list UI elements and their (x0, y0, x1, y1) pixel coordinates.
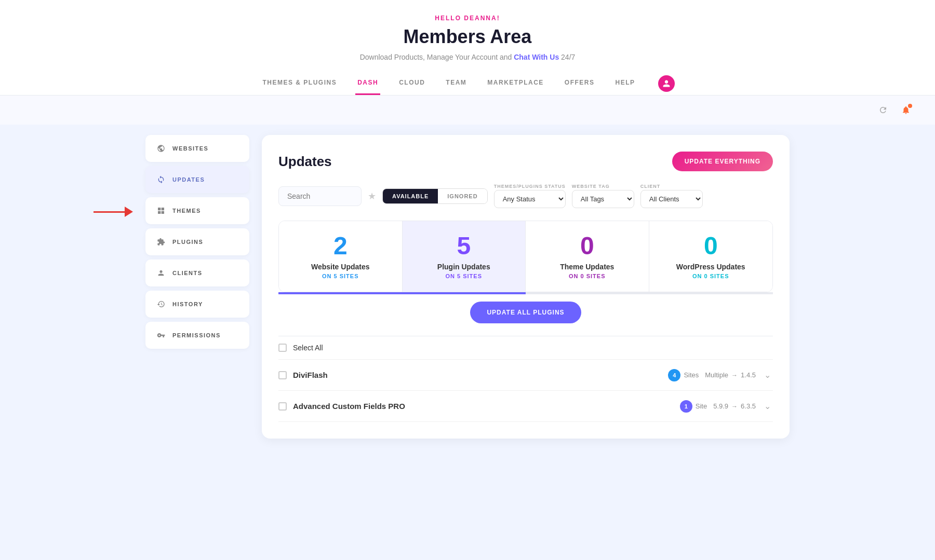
nav-themes-plugins[interactable]: THEMES & PLUGINS (260, 72, 339, 95)
sidebar-label-clients: CLIENTS (172, 270, 203, 276)
sidebar: WEBSITES UPDATES THEMES PLUGINS CLIENTS (145, 135, 249, 439)
arrow-head (125, 207, 133, 217)
select-all-row: Select All (278, 336, 773, 360)
diviflash-name: DiviFlash (293, 371, 662, 379)
status-filter-group: THEMES/PLUGINS STATUS Any Status (494, 184, 566, 208)
acf-badge-count: 1 (680, 400, 692, 413)
diviflash-arrow: → (731, 372, 738, 379)
wordpress-updates-label: WordPress Updates (660, 263, 763, 271)
sidebar-label-permissions: PERMISSIONS (172, 332, 221, 338)
sidebar-label-updates: UPDATES (172, 176, 205, 183)
plugin-progress-bar (278, 292, 773, 294)
sidebar-item-permissions[interactable]: PERMISSIONS (145, 322, 249, 349)
tag-filter-select[interactable]: All Tags (572, 190, 634, 208)
plugins-icon (156, 237, 166, 247)
sidebar-label-plugins: PLUGINS (172, 239, 203, 245)
client-filter-label: CLIENT (640, 184, 703, 189)
acf-arrow: → (731, 403, 738, 410)
plugin-updates-sites: ON 5 SITES (413, 273, 515, 279)
notification-dot (908, 104, 912, 108)
subtitle-text: Download Products, Manage Your Account a… (360, 53, 512, 61)
acf-version-to: 6.3.5 (741, 402, 756, 410)
update-all-plugins-button[interactable]: UPDATE ALL PLUGINS (470, 302, 581, 323)
select-all-label: Select All (293, 344, 323, 352)
acf-checkbox[interactable] (278, 402, 287, 411)
sidebar-item-updates[interactable]: UPDATES (145, 166, 249, 193)
sidebar-item-websites[interactable]: WEBSITES (145, 135, 249, 162)
sidebar-label-themes: THEMES (172, 208, 201, 214)
theme-updates-sites: ON 0 SITES (536, 273, 638, 279)
chat-link[interactable]: Chat With Us (514, 53, 559, 61)
wordpress-updates-number: 0 (660, 234, 763, 258)
plugin-row-acf: Advanced Custom Fields PRO 1 Site 5.9.9 … (278, 391, 773, 422)
acf-expand-button[interactable]: ⌄ (762, 399, 773, 413)
acf-version-from: 5.9.9 (713, 402, 728, 410)
diviflash-checkbox[interactable] (278, 371, 287, 379)
wordpress-updates-sites: ON 0 SITES (660, 273, 763, 279)
update-everything-button[interactable]: UPDATE EVERYTHING (672, 152, 773, 171)
stat-website-updates: 2 Website Updates ON 5 SITES (279, 221, 403, 292)
filters-bar: ★ AVAILABLE IGNORED THEMES/PLUGINS STATU… (278, 184, 773, 208)
nav-team[interactable]: TEAM (444, 72, 469, 95)
diviflash-sites-text: Sites (684, 371, 699, 379)
nav-offers[interactable]: OFFERS (563, 72, 597, 95)
status-filter-select[interactable]: Any Status (494, 190, 566, 208)
select-all-checkbox[interactable] (278, 344, 287, 352)
client-filter-select[interactable]: All Clients (640, 190, 703, 208)
diviflash-version: Multiple → 1.4.5 (705, 371, 756, 379)
arrow-indicator (94, 207, 133, 217)
search-input[interactable] (278, 186, 362, 206)
sidebar-item-themes[interactable]: THEMES (145, 197, 249, 224)
updates-header: Updates UPDATE EVERYTHING (278, 152, 773, 171)
nav-dash[interactable]: DASH (355, 72, 380, 95)
toolbar (0, 95, 935, 125)
sidebar-label-websites: WEBSITES (172, 145, 208, 152)
history-icon (156, 299, 166, 309)
diviflash-version-to: 1.4.5 (741, 371, 756, 379)
sidebar-item-plugins[interactable]: PLUGINS (145, 228, 249, 255)
plugin-updates-label: Plugin Updates (413, 263, 515, 271)
subtitle-suffix: 24/7 (561, 53, 575, 61)
user-avatar[interactable] (658, 75, 675, 92)
nav-marketplace[interactable]: MARKETPLACE (485, 72, 546, 95)
stat-theme-updates: 0 Theme Updates ON 0 SITES (526, 221, 649, 292)
theme-updates-label: Theme Updates (536, 263, 638, 271)
diviflash-expand-button[interactable]: ⌄ (762, 368, 773, 382)
status-filter-label: THEMES/PLUGINS STATUS (494, 184, 566, 189)
tab-available[interactable]: AVAILABLE (383, 189, 438, 203)
stat-plugin-updates: 5 Plugin Updates ON 5 SITES (403, 221, 526, 292)
diviflash-sites-badge: 4 Sites (668, 369, 699, 381)
website-updates-label: Website Updates (289, 263, 392, 271)
themes-icon (156, 206, 166, 216)
plugin-updates-number: 5 (413, 234, 515, 258)
plugin-list: Select All DiviFlash 4 Sites Multiple → … (278, 336, 773, 422)
available-ignored-tabs: AVAILABLE IGNORED (382, 188, 488, 204)
globe-icon (156, 143, 166, 154)
arrow-line (94, 211, 125, 213)
acf-sites-text: Site (696, 402, 707, 410)
sidebar-label-history: HISTORY (172, 301, 203, 307)
acf-sites-badge: 1 Site (680, 400, 707, 413)
diviflash-version-from: Multiple (705, 371, 728, 379)
permissions-icon (156, 330, 166, 340)
main-nav: THEMES & PLUGINS DASH CLOUD TEAM MARKETP… (0, 72, 935, 95)
stat-wordpress-updates: 0 WordPress Updates ON 0 SITES (649, 221, 773, 292)
plugin-row-diviflash: DiviFlash 4 Sites Multiple → 1.4.5 ⌄ (278, 360, 773, 391)
content-area: Updates UPDATE EVERYTHING ★ AVAILABLE IG… (262, 135, 790, 439)
sidebar-item-history[interactable]: HISTORY (145, 291, 249, 318)
refresh-button[interactable] (875, 102, 891, 118)
acf-version: 5.9.9 → 6.3.5 (713, 402, 756, 410)
acf-name: Advanced Custom Fields PRO (293, 402, 674, 411)
updates-title: Updates (278, 154, 332, 170)
notifications-button[interactable] (898, 102, 914, 118)
nav-help[interactable]: HELP (613, 72, 637, 95)
nav-cloud[interactable]: CLOUD (397, 72, 427, 95)
clients-icon (156, 268, 166, 278)
theme-updates-number: 0 (536, 234, 638, 258)
tag-filter-group: WEBSITE TAG All Tags (572, 184, 634, 208)
page-title: Members Area (0, 26, 935, 48)
tab-ignored[interactable]: IGNORED (438, 189, 487, 203)
star-filter-button[interactable]: ★ (368, 190, 376, 202)
header: HELLO DEANNA! Members Area Download Prod… (0, 0, 935, 95)
sidebar-item-clients[interactable]: CLIENTS (145, 259, 249, 286)
